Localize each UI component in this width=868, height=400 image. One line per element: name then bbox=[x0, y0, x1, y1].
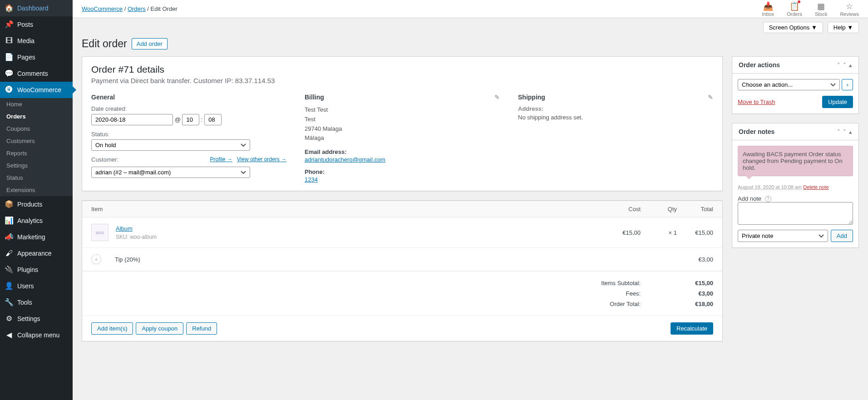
topicon-stock[interactable]: ▦Stock bbox=[815, 1, 828, 17]
sidebar-item-appearance[interactable]: 🖌Appearance bbox=[0, 245, 73, 262]
add-note-textarea[interactable] bbox=[738, 202, 853, 225]
admin-sidebar: 🏠Dashboard 📌Posts 🎞Media 📄Pages 💬Comment… bbox=[0, 0, 73, 400]
chevron-up-icon[interactable]: ˄ bbox=[837, 62, 840, 69]
sidebar-item-analytics[interactable]: 📊Analytics bbox=[0, 212, 73, 229]
sidebar-item-tools[interactable]: 🔧Tools bbox=[0, 294, 73, 311]
col-item: Item bbox=[91, 206, 604, 212]
submenu-settings[interactable]: Settings bbox=[0, 159, 73, 172]
move-to-trash-link[interactable]: Move to Trash bbox=[738, 99, 775, 105]
tools-icon: 🔧 bbox=[5, 298, 14, 307]
update-button[interactable]: Update bbox=[822, 96, 853, 108]
profile-link[interactable]: Profile → bbox=[210, 156, 232, 165]
chevron-down-icon[interactable]: ˅ bbox=[843, 62, 846, 69]
page-title: Edit order bbox=[82, 38, 127, 50]
fee-name: Tip (20%) bbox=[115, 256, 604, 263]
refund-button[interactable]: Refund bbox=[186, 322, 217, 335]
time-sep: : bbox=[201, 116, 203, 123]
settings-icon: ⚙ bbox=[5, 314, 14, 323]
action-select[interactable]: Choose an action... bbox=[738, 79, 840, 90]
recalculate-button[interactable]: Recalculate bbox=[671, 322, 713, 335]
sidebar-item-plugins[interactable]: 🔌Plugins bbox=[0, 262, 73, 278]
chevron-down-icon[interactable]: ˅ bbox=[843, 128, 846, 135]
stock-icon: ▦ bbox=[815, 1, 828, 11]
sidebar-item-products[interactable]: 📦Products bbox=[0, 196, 73, 212]
orders-icon: 📋 bbox=[787, 1, 802, 11]
sidebar-submenu: Home Orders Coupons Customers Reports Se… bbox=[0, 98, 73, 196]
plugins-icon: 🔌 bbox=[5, 265, 14, 274]
order-subtitle: Payment via Direct bank transfer. Custom… bbox=[91, 77, 713, 84]
chevron-up-icon[interactable]: ˄ bbox=[837, 128, 840, 135]
sidebar-collapse[interactable]: ◀Collapse menu bbox=[0, 327, 73, 343]
subtotal-label: Items Subtotal: bbox=[586, 280, 641, 286]
minute-input[interactable] bbox=[204, 114, 222, 125]
general-heading: General bbox=[91, 94, 286, 101]
sidebar-item-dashboard[interactable]: 🏠Dashboard bbox=[0, 0, 73, 16]
order-title: Order #71 details bbox=[91, 64, 713, 75]
note-timestamp: August 18, 2020 at 10:08 am bbox=[738, 184, 802, 190]
view-other-orders-link[interactable]: View other orders → bbox=[237, 156, 286, 165]
item-qty: × 1 bbox=[641, 229, 677, 236]
appearance-icon: 🖌 bbox=[5, 249, 14, 258]
add-items-button[interactable]: Add item(s) bbox=[91, 322, 133, 335]
date-created-input[interactable] bbox=[91, 114, 173, 125]
sidebar-item-settings[interactable]: ⚙Settings bbox=[0, 311, 73, 327]
screen-options-button[interactable]: Screen Options ▼ bbox=[763, 22, 823, 33]
topicon-orders[interactable]: 📋Orders bbox=[787, 1, 802, 17]
apply-coupon-button[interactable]: Apply coupon bbox=[136, 322, 183, 335]
topicon-reviews[interactable]: ☆Reviews bbox=[840, 1, 859, 17]
move-icon[interactable]: ▴ bbox=[849, 128, 852, 135]
submenu-customers[interactable]: Customers bbox=[0, 135, 73, 147]
breadcrumb-orders[interactable]: Orders bbox=[128, 5, 146, 12]
dashboard-icon: 🏠 bbox=[5, 4, 14, 13]
fees-value: €3,00 bbox=[677, 290, 713, 297]
delete-note-link[interactable]: Delete note bbox=[803, 184, 829, 190]
billing-name: Test Test bbox=[305, 105, 500, 115]
subtotal-value: €15,00 bbox=[677, 280, 713, 286]
help-icon[interactable]: ? bbox=[765, 196, 771, 202]
sidebar-item-comments[interactable]: 💬Comments bbox=[0, 65, 73, 82]
sidebar-item-woocommerce[interactable]: 🅦WooCommerce bbox=[0, 82, 73, 98]
analytics-icon: 📊 bbox=[5, 216, 14, 225]
products-icon: 📦 bbox=[5, 200, 14, 209]
line-item-row: woo Album SKU: woo-album €15,00 × 1 €15,… bbox=[82, 217, 722, 248]
submenu-coupons[interactable]: Coupons bbox=[0, 123, 73, 135]
shipping-heading: Shipping bbox=[518, 94, 545, 101]
billing-line2: Test bbox=[305, 115, 500, 124]
users-icon: 👤 bbox=[5, 281, 14, 291]
hour-input[interactable] bbox=[182, 114, 199, 125]
sidebar-item-marketing[interactable]: 📣Marketing bbox=[0, 229, 73, 245]
item-cost: €15,00 bbox=[604, 229, 641, 236]
topicon-inbox[interactable]: 📥Inbox bbox=[762, 1, 774, 17]
expand-fee-icon[interactable]: + bbox=[91, 254, 101, 264]
sidebar-item-users[interactable]: 👤Users bbox=[0, 278, 73, 294]
submenu-status[interactable]: Status bbox=[0, 172, 73, 184]
submenu-extensions[interactable]: Extensions bbox=[0, 184, 73, 196]
add-note-button[interactable]: Add bbox=[831, 230, 853, 242]
run-action-button[interactable]: › bbox=[842, 79, 853, 90]
breadcrumb: WooCommerce / Orders / Edit Order bbox=[82, 5, 178, 12]
add-order-button[interactable]: Add order bbox=[132, 38, 168, 49]
submenu-reports[interactable]: Reports bbox=[0, 147, 73, 159]
edit-shipping-icon[interactable]: ✎ bbox=[708, 94, 713, 101]
marketing-icon: 📣 bbox=[5, 232, 14, 242]
status-label: Status: bbox=[91, 131, 286, 138]
status-select[interactable]: On hold bbox=[91, 139, 250, 151]
product-name-link[interactable]: Album bbox=[116, 225, 133, 232]
sidebar-item-media[interactable]: 🎞Media bbox=[0, 33, 73, 49]
items-header: Item Cost Qty Total bbox=[82, 201, 722, 217]
fee-row: + Tip (20%) €3,00 bbox=[82, 248, 722, 271]
edit-billing-icon[interactable]: ✎ bbox=[494, 94, 500, 101]
sidebar-item-posts[interactable]: 📌Posts bbox=[0, 16, 73, 33]
sku-value: woo-album bbox=[130, 234, 157, 240]
move-icon[interactable]: ▴ bbox=[849, 62, 852, 69]
help-button[interactable]: Help ▼ bbox=[828, 22, 859, 33]
billing-email-link[interactable]: adriantudorachero@gmail.com bbox=[305, 156, 385, 163]
col-qty: Qty bbox=[641, 206, 677, 212]
billing-phone-link[interactable]: 1234 bbox=[305, 176, 318, 183]
submenu-orders[interactable]: Orders bbox=[0, 110, 73, 123]
breadcrumb-woocommerce[interactable]: WooCommerce bbox=[82, 5, 123, 12]
sidebar-item-pages[interactable]: 📄Pages bbox=[0, 49, 73, 65]
note-type-select[interactable]: Private note bbox=[738, 230, 828, 242]
submenu-home[interactable]: Home bbox=[0, 98, 73, 110]
customer-select[interactable]: adrian (#2 – mail@mail.com) bbox=[91, 167, 250, 178]
